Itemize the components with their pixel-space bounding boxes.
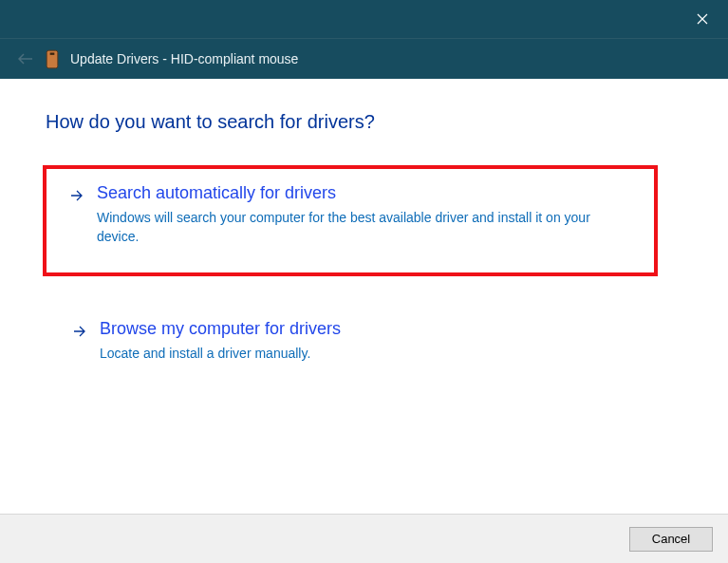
back-button[interactable]: [17, 50, 34, 67]
option-title: Search automatically for drivers: [97, 183, 634, 203]
option-description: Locate and install a driver manually.: [100, 345, 663, 364]
close-button[interactable]: [681, 4, 724, 34]
nav-row: Update Drivers - HID-compliant mouse: [0, 39, 728, 79]
arrow-right-icon: [73, 324, 86, 341]
nav-title: Update Drivers - HID-compliant mouse: [70, 51, 298, 66]
back-arrow-icon: [18, 53, 33, 65]
content-area: How do you want to search for drivers? S…: [0, 79, 728, 384]
close-icon: [697, 13, 708, 25]
device-icon: [46, 50, 59, 67]
arrow-right-icon: [70, 188, 84, 205]
option-search-auto[interactable]: Search automatically for drivers Windows…: [43, 165, 658, 276]
svg-rect-1: [50, 52, 55, 54]
option-description: Windows will search your computer for th…: [97, 209, 634, 246]
option-browse-computer[interactable]: Browse my computer for drivers Locate an…: [46, 301, 686, 384]
option-title: Browse my computer for drivers: [100, 319, 663, 339]
cancel-button[interactable]: Cancel: [629, 527, 713, 552]
footer-bar: Cancel: [0, 514, 728, 563]
page-heading: How do you want to search for drivers?: [46, 111, 686, 133]
titlebar: [0, 0, 728, 38]
